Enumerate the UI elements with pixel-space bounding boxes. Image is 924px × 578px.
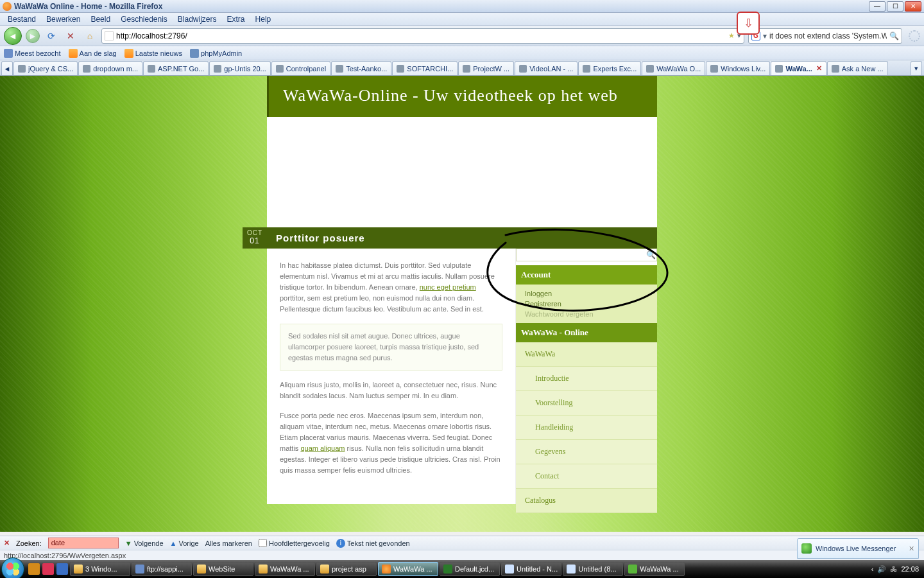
taskbar-button[interactable]: WaWaWa ... [378,562,438,576]
browser-tab[interactable]: jQuery & CS... [13,61,78,75]
sidebar-item-handleiding[interactable]: Handleiding [516,416,657,440]
browser-tab[interactable]: ProjectW ... [458,61,514,75]
home-button[interactable]: ⌂ [82,28,98,44]
sidebar-item-catalogus[interactable]: Catalogus [516,489,657,513]
browser-tab[interactable]: Ask a New ... [827,61,888,75]
link-wachtwoord-vergeten[interactable]: Wachtwoord vergeten [516,309,657,319]
tab-list-dropdown[interactable]: ▾ [911,61,922,75]
findbar-case-sensitive[interactable]: Hoofdlettergevoelig [259,539,330,547]
browser-tab[interactable]: dropdown m... [78,61,142,75]
browser-tab[interactable]: ASP.NET Go... [143,61,209,75]
post-title: Porttitor posuere [267,227,657,249]
back-button[interactable]: ◄ [4,27,22,45]
quicklaunch-dreamweaver-icon[interactable] [28,563,40,575]
findbar-highlight-all[interactable]: Alles markeren [205,539,252,547]
date-day: 01 [243,236,267,245]
sidebar-item-introductie[interactable]: Introductie [516,367,657,391]
url-input[interactable] [116,31,726,40]
tray-network-icon[interactable]: 🖧 [890,565,897,573]
sidebar-item-wawawa[interactable]: WaWaWa [516,342,657,367]
findbar-input[interactable]: date [48,538,119,548]
taskbar-button[interactable]: 3 Windo... [70,562,130,576]
folder-icon [4,49,13,58]
sidebar-item-contact[interactable]: Contact [516,464,657,489]
quicklaunch-ie-icon[interactable] [56,563,68,575]
menu-bestand[interactable]: Bestand [3,13,41,25]
article-body: In hac habitasse platea dictumst. Duis p… [267,249,516,504]
sidebar-item-gegevens[interactable]: Gegevens [516,440,657,464]
browser-tab[interactable]: Experts Exc... [578,61,641,75]
link-inloggen[interactable]: Inloggen [516,288,657,299]
browser-tab[interactable]: VideoLAN - ... [515,61,578,75]
taskbar-button[interactable]: Untitled - N... [501,562,561,576]
browser-tab[interactable]: Controlpanel [271,61,330,75]
stop-button[interactable]: ✕ [63,28,78,44]
menu-help[interactable]: Help [250,13,277,25]
close-button[interactable]: ✕ [905,1,921,12]
findbar-next[interactable]: ▼Volgende [125,539,164,547]
minimize-button[interactable]: — [869,1,886,12]
menu-geschiedenis[interactable]: Geschiedenis [116,13,173,25]
search-bar[interactable]: G ▾ it does not extend class 'System.Web… [748,28,902,44]
reload-button[interactable]: ⟳ [44,28,59,44]
quicklaunch-downloader-icon[interactable] [42,563,54,575]
tab-label: SOFTARCHI... [407,65,453,73]
taskbar-app-icon [197,565,206,574]
menu-extra[interactable]: Extra [222,13,250,25]
search-input[interactable]: it does not extend class 'System.Web.UI.… [769,31,887,40]
throbber-icon [909,30,920,42]
page-favicon-icon [105,31,114,40]
forward-button[interactable]: ► [26,29,40,43]
bm-phpmyadmin[interactable]: phpMyAdmin [190,49,242,58]
site-search-input[interactable] [518,250,646,260]
search-go-icon[interactable]: 🔍 [889,31,899,40]
browser-tab[interactable]: WaWa...✕ [771,61,826,75]
taskbar-button[interactable]: Default.jcd... [440,562,500,576]
menu-beeld[interactable]: Beeld [85,13,116,25]
bm-meest-bezocht[interactable]: Meest bezocht [4,49,61,58]
start-button[interactable] [1,557,24,578]
browser-tab[interactable]: Test-Aanko... [331,61,391,75]
case-checkbox[interactable] [259,539,267,547]
taskbar-button[interactable]: Untitled (8... [563,562,623,576]
tray-clock[interactable]: 22:08 [901,565,919,573]
download-badge-icon[interactable]: ⇩ [737,12,760,35]
findbar-prev[interactable]: ▲Vorige [170,539,199,547]
sidebar-item-voorstelling[interactable]: Voorstelling [516,391,657,416]
bm-laatste-nieuws[interactable]: Laatste nieuws [124,49,182,58]
browser-tab[interactable]: gp-Untis 20... [209,61,270,75]
msn-toast[interactable]: Windows Live Messenger ✕ [797,538,919,559]
site-search[interactable]: 🔍 [516,249,657,261]
tray-chevron-icon[interactable]: ‹ [871,565,874,573]
menu-bewerken[interactable]: Bewerken [41,13,85,25]
tab-scroll-left[interactable]: ◄ [1,61,13,75]
tab-close-icon[interactable]: ✕ [816,64,822,73]
taskbar-button[interactable]: WebSite [193,562,253,576]
bm-aan-de-slag[interactable]: Aan de slag [69,49,117,58]
taskbar-button[interactable]: WaWaWa ... [255,562,315,576]
url-bar[interactable]: ★ ▾ [101,28,744,44]
taskbar-button[interactable]: project asp [316,562,377,576]
browser-tab[interactable]: Windows Liv... [706,61,770,75]
tab-label: jQuery & CS... [28,65,73,73]
browser-tab[interactable]: WaWaWa O... [642,61,705,75]
window-titlebar: WaWaWa Online - Home - Mozilla Firefox —… [0,0,924,13]
findbar-close-icon[interactable]: ✕ [4,539,10,547]
system-tray[interactable]: ‹ 🔊 🖧 22:08 [866,565,924,574]
paragraph: Fusce porta pede nec eros. Maecenas ipsu… [280,410,502,476]
search-engine-dropdown-icon[interactable]: ▾ [763,31,767,40]
taskbar-button[interactable]: WaWaWa ... [624,562,685,576]
link-quam-aliquam[interactable]: quam aliquam [300,444,345,452]
tray-volume-icon[interactable]: 🔊 [877,565,886,574]
search-icon[interactable]: 🔍 [646,250,655,259]
msn-toast-close-icon[interactable]: ✕ [909,545,914,553]
taskbar-app-icon [505,565,514,574]
link-registreren[interactable]: Registreren [516,299,657,309]
link-nunc-eget[interactable]: nunc eget pretium [420,283,476,291]
browser-tab[interactable]: SOFTARCHI... [392,61,458,75]
taskbar-label: 3 Windo... [85,565,117,573]
menu-bladwijzers[interactable]: Bladwijzers [173,13,222,25]
maximize-button[interactable]: ☐ [887,1,903,12]
taskbar-button[interactable]: ftp://sappi... [132,562,192,576]
star-icon[interactable]: ★ [728,31,735,40]
